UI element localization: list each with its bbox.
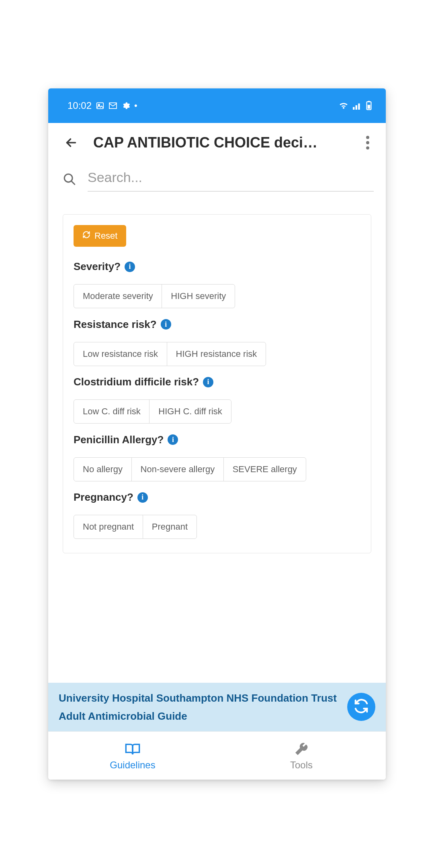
option-low-resistance[interactable]: Low resistance risk (74, 342, 167, 366)
sync-button[interactable] (347, 693, 375, 721)
question-label: Clostridium difficile risk? (74, 376, 199, 388)
option-low-cdiff[interactable]: Low C. diff risk (74, 399, 150, 424)
nav-label: Tools (290, 760, 313, 771)
signal-icon (353, 102, 362, 110)
nav-guidelines[interactable]: Guidelines (48, 732, 217, 780)
question-label: Severity? (74, 260, 121, 273)
search-row (48, 162, 386, 192)
svg-rect-7 (368, 101, 370, 102)
banner-trust-name: University Hospital Southampton NHS Foun… (59, 692, 341, 705)
reset-label: Reset (94, 231, 117, 241)
question-label: Penicillin Allergy? (74, 434, 164, 446)
wifi-icon (338, 102, 349, 110)
battery-icon (366, 101, 372, 111)
svg-rect-2 (353, 107, 354, 110)
mail-icon (108, 102, 117, 109)
info-icon[interactable]: i (125, 262, 135, 272)
back-button[interactable] (60, 132, 82, 154)
nav-label: Guidelines (110, 760, 155, 771)
info-icon[interactable]: i (137, 492, 148, 503)
info-icon[interactable]: i (203, 377, 213, 387)
nav-tools[interactable]: Tools (217, 732, 386, 780)
page-title: CAP ANTIBIOTIC CHOICE deci… (93, 134, 346, 151)
status-time: 10:02 (68, 100, 92, 111)
trust-banner: University Hospital Southampton NHS Foun… (48, 683, 386, 732)
svg-rect-0 (97, 103, 104, 109)
svg-point-10 (366, 141, 369, 144)
question-cdiff-risk: Clostridium difficile risk? i Low C. dif… (74, 376, 360, 423)
status-bar: 10:02 • (48, 88, 386, 123)
option-high-resistance[interactable]: HIGH resistance risk (167, 342, 266, 366)
info-icon[interactable]: i (161, 319, 171, 330)
option-not-pregnant[interactable]: Not pregnant (74, 515, 143, 539)
info-icon[interactable]: i (168, 434, 178, 445)
option-moderate-severity[interactable]: Moderate severity (74, 284, 162, 308)
app-frame: 10:02 • (48, 88, 386, 780)
option-pregnant[interactable]: Pregnant (143, 515, 197, 539)
gear-icon (121, 101, 130, 110)
option-high-severity[interactable]: HIGH severity (162, 284, 235, 308)
option-high-cdiff[interactable]: HIGH C. diff risk (149, 399, 231, 424)
option-severe-allergy[interactable]: SEVERE allergy (223, 457, 306, 481)
banner-guide-name: Adult Antimicrobial Guide (59, 710, 341, 723)
svg-point-11 (366, 146, 369, 149)
svg-rect-3 (356, 105, 357, 110)
question-label: Resistance risk? (74, 318, 157, 331)
question-pregnancy: Pregnancy? i Not pregnant Pregnant (74, 491, 360, 538)
question-resistance-risk: Resistance risk? i Low resistance risk H… (74, 318, 360, 366)
svg-rect-8 (368, 105, 371, 109)
bottom-nav: Guidelines Tools (48, 731, 386, 780)
refresh-icon (82, 231, 90, 241)
book-icon (125, 741, 141, 757)
wrench-icon (293, 741, 309, 757)
question-penicillin-allergy: Penicillin Allergy? i No allergy Non-sev… (74, 434, 360, 481)
image-icon (96, 101, 104, 110)
option-non-severe-allergy[interactable]: Non-severe allergy (131, 457, 224, 481)
content-area: Reset Severity? i Moderate severity HIGH… (48, 192, 386, 683)
svg-rect-4 (358, 104, 360, 110)
question-severity: Severity? i Moderate severity HIGH sever… (74, 260, 360, 308)
dot-icon: • (134, 101, 137, 110)
option-no-allergy[interactable]: No allergy (74, 457, 132, 481)
search-icon[interactable] (60, 170, 79, 188)
more-button[interactable] (357, 132, 379, 154)
question-label: Pregnancy? (74, 491, 133, 504)
search-input[interactable] (88, 170, 374, 185)
app-bar: CAP ANTIBIOTIC CHOICE deci… (48, 123, 386, 162)
reset-button[interactable]: Reset (74, 225, 126, 247)
decision-card: Reset Severity? i Moderate severity HIGH… (63, 214, 371, 553)
svg-point-9 (366, 136, 369, 139)
sync-icon (354, 698, 369, 715)
